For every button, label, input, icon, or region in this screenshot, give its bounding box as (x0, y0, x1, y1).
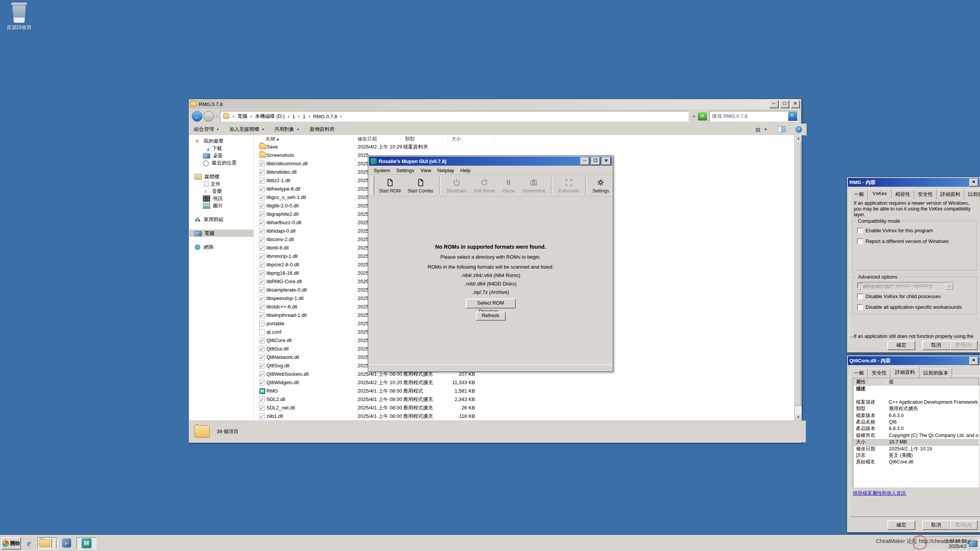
file-row[interactable]: SDL2_net.dll2025/4/1 上午 08:00應用程式擴充26 KB (254, 404, 794, 412)
command-bar-item[interactable]: 新增資料夾 (310, 126, 335, 133)
dialog-titlebar[interactable]: Qt6Core.dll - 內容 ✕ (848, 356, 980, 365)
attribute-column-header[interactable]: 屬性 (853, 378, 892, 386)
menu-settings[interactable]: Settings (393, 168, 417, 173)
views-icon[interactable]: ▤ (756, 127, 760, 132)
windows-explorer-taskbar-button[interactable] (38, 537, 58, 549)
sidebar-item-桌面[interactable]: 桌面 (189, 152, 253, 159)
file-row[interactable]: RMG2025/4/1 上午 08:00應用程式1,581 KB (254, 387, 794, 395)
tab-以前的版本[interactable]: 以前的版本 (920, 368, 952, 378)
breadcrumb-item[interactable]: 1 (291, 114, 296, 119)
refresh-button[interactable]: ⟳ (698, 112, 707, 121)
recycle-bin-desktop-icon[interactable]: 資源回收筒 (3, 2, 35, 31)
ok-button[interactable]: 確定 (887, 341, 915, 350)
cancel-button[interactable]: 取消 (922, 341, 950, 350)
select-rom-directory-button[interactable]: Select ROM Directory... (466, 298, 516, 308)
tab-一般[interactable]: 一般 (850, 368, 868, 378)
sidebar-item-我的最愛[interactable]: 我的最愛 (189, 137, 253, 145)
tab-安全性[interactable]: 安全性 (914, 189, 937, 199)
checkbox-report-a-different-version-of-windows-[interactable]: Report a different version of Windows: (857, 238, 973, 244)
resize-grip[interactable] (607, 365, 612, 371)
tab-以前的版本[interactable]: 以前的版本 (964, 189, 980, 199)
property-row[interactable]: 修改日期2025/4/2 上午 10:15 (854, 446, 978, 452)
dialog-titlebar[interactable]: RMG - 內容 ✕ (848, 178, 980, 187)
explorer-titlebar[interactable]: RMG.0.7.8 ─ ☐ ✕ (189, 99, 801, 109)
toolbar-grip[interactable] (371, 176, 374, 195)
maximize-button[interactable]: ☐ (780, 100, 789, 108)
command-bar-item[interactable]: 組合管理▼ (194, 126, 219, 133)
property-row[interactable]: 語言英文 (美國) (854, 452, 978, 459)
remove-properties-link[interactable]: 移除檔案屬性和個人資訊 (853, 490, 906, 497)
preview-pane-icon[interactable] (778, 126, 786, 132)
breadcrumb[interactable]: ▾電腦▾本機磁碟 (D:)▾1▾1▾RMG.0.7.8▾ (220, 111, 689, 122)
history-dropdown-icon[interactable]: ▽ (214, 115, 220, 118)
command-bar-item[interactable]: 共用對象▼ (274, 126, 300, 133)
tab-相容性[interactable]: 相容性 (892, 189, 914, 199)
toolbar-button-start-combo[interactable]: Start Combo (404, 175, 437, 196)
sidebar-item-電腦[interactable]: 電腦 (189, 230, 253, 237)
start-button[interactable]: 開始 (1, 537, 21, 549)
sidebar-item-文件[interactable]: 文件 (189, 180, 253, 187)
forward-button[interactable]: → (203, 111, 214, 122)
sidebar-item-家用群組[interactable]: 家用群組 (189, 216, 253, 223)
sidebar-item-媒體櫃[interactable]: 媒體櫃 (189, 173, 253, 180)
sidebar-item-最近的位置[interactable]: 最近的位置 (189, 159, 253, 166)
sidebar-item-視訊[interactable]: 視訊 (189, 195, 253, 202)
help-icon[interactable]: ? (795, 126, 802, 133)
mupen-titlebar[interactable]: Rosalie's Mupen GUI (v0.7.8) ─ ☐ ✕ (369, 156, 612, 166)
property-row[interactable]: 類型應用程式擴充 (854, 406, 978, 412)
checkbox-box[interactable] (857, 293, 863, 299)
media-player-taskbar-button[interactable]: ▶ (60, 537, 74, 549)
property-row[interactable]: 版權所有Copyright (C) The Qt Company Ltd. an… (854, 432, 978, 439)
property-row[interactable]: 大小10.7 MB (854, 439, 978, 445)
menu-help[interactable]: Help (457, 168, 474, 173)
tab-安全性[interactable]: 安全性 (868, 368, 890, 378)
close-button[interactable]: ✕ (602, 157, 611, 165)
column-header-修改日期[interactable]: 修改日期 (358, 135, 377, 143)
menu-view[interactable]: View (417, 168, 434, 173)
column-header-名稱[interactable]: 名稱 ▴ (266, 135, 279, 143)
ok-button[interactable]: 確定 (887, 520, 915, 530)
toolbar-button-settings[interactable]: Settings (589, 175, 612, 196)
column-header-大小[interactable]: 大小 (451, 135, 461, 143)
sidebar-item-音樂[interactable]: 音樂 (189, 187, 253, 195)
apply-button[interactable]: 套用(A) (950, 520, 978, 530)
toolbar-button-start-rom[interactable]: Start ROM (376, 175, 404, 196)
property-row[interactable]: 原始檔名Qt6Core.dll (854, 459, 978, 465)
property-row[interactable]: 檔案版本6.8.3.0 (854, 412, 978, 419)
cancel-button[interactable]: 取消 (922, 520, 950, 530)
file-row[interactable]: SDL2.dll2025/4/1 上午 08:00應用程式擴充2,343 KB (254, 395, 794, 404)
refresh-button[interactable]: Refresh (476, 311, 506, 321)
menu-system[interactable]: System (371, 168, 393, 173)
file-row[interactable]: zlib1.dll2025/4/1 上午 08:00應用程式擴充118 KB (254, 412, 794, 421)
search-icon[interactable]: 🔍 (788, 112, 797, 121)
internet-explorer-taskbar-button[interactable]: e (23, 537, 35, 549)
tab-詳細資料[interactable]: 詳細資料 (890, 367, 920, 378)
value-column-header[interactable]: 值 (886, 378, 979, 386)
command-bar-item[interactable]: 加入至媒體櫃▼ (229, 126, 265, 133)
property-row[interactable]: 產品版本6.8.3.0 (854, 425, 978, 432)
column-header-類型[interactable]: 類型 (405, 135, 415, 143)
file-row[interactable]: Qt6Widgets.dll2025/4/2 上午 10:20應用程式擴充11,… (254, 378, 794, 387)
breadcrumb-item[interactable]: 本機磁碟 (D:) (254, 113, 285, 120)
minimize-button[interactable]: ─ (580, 157, 589, 165)
views-dropdown-icon[interactable]: ▼ (764, 128, 767, 131)
file-row[interactable]: Save2025/4/2 上午 10:29檔案資料夾 (254, 143, 794, 151)
maximize-button[interactable]: ☐ (591, 157, 600, 165)
sidebar-item-下載[interactable]: 下載 (189, 145, 253, 152)
apply-button[interactable]: 套用(A) (950, 341, 978, 350)
rmg-taskbar-button[interactable]: M (77, 537, 96, 549)
scrollbar-thumb[interactable] (795, 142, 801, 406)
close-button[interactable]: ✕ (791, 100, 800, 108)
scrollbar[interactable]: ▲ ▼ (794, 135, 802, 421)
checkbox-box[interactable] (857, 238, 863, 244)
minimize-button[interactable]: ─ (769, 100, 778, 108)
back-button[interactable]: ← (192, 111, 203, 122)
tab-VxKex[interactable]: VxKex (868, 189, 892, 199)
breadcrumb-item[interactable]: 電腦 (237, 113, 248, 120)
breadcrumb-item[interactable]: 1 (302, 114, 306, 119)
checkbox-box[interactable] (857, 228, 863, 233)
address-dropdown-icon[interactable]: ▼ (690, 115, 698, 118)
search-box[interactable]: 搜尋 RMG.0.7.8 🔍 (709, 111, 798, 122)
checkbox-box[interactable] (857, 304, 863, 310)
checkbox-disable-all-application-specific-workarounds[interactable]: Disable all application-specific workaro… (857, 304, 973, 310)
